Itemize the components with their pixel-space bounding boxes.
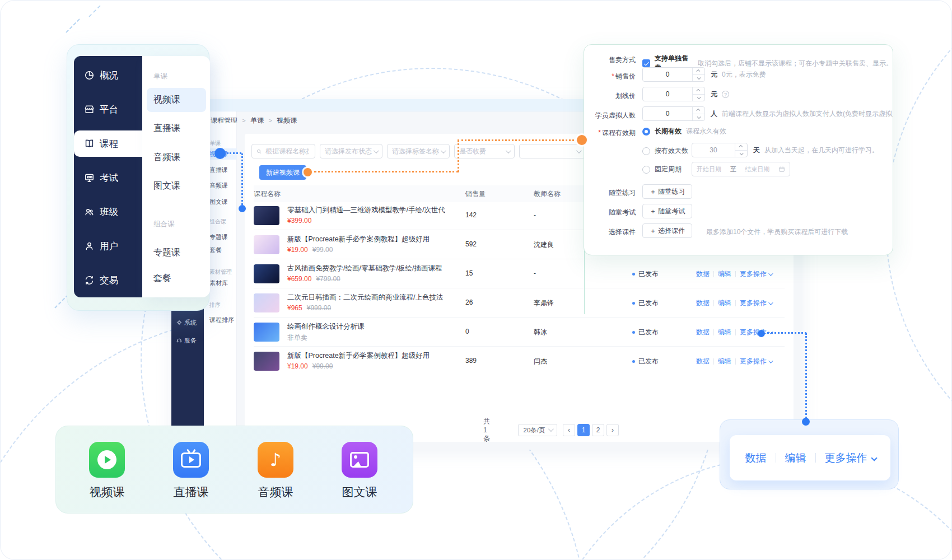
page-1-button[interactable]: 1 — [577, 424, 590, 436]
price-label: *销售价 — [584, 72, 636, 81]
validity-fixed-label[interactable]: 固定周期 — [655, 165, 682, 174]
video-course-icon[interactable] — [89, 442, 125, 478]
nav-item-trade[interactable]: 交易 — [74, 263, 142, 297]
submenu-item-package[interactable]: 套餐 — [153, 273, 171, 284]
nav-item-course[interactable]: 课程 — [74, 130, 142, 157]
data-link[interactable]: 数据 — [696, 269, 710, 279]
live-course-icon[interactable] — [173, 442, 209, 478]
price-input[interactable] — [643, 68, 692, 81]
page-size-select[interactable]: 20条/页 — [518, 424, 557, 436]
validity-forever-label[interactable]: 长期有效 — [655, 127, 682, 136]
strike-price-stepper[interactable] — [642, 87, 705, 101]
course-teacher: - — [534, 269, 536, 277]
more-actions-link[interactable]: 更多操作 — [740, 298, 772, 308]
course-title[interactable]: 新版【Procreate新手必学案例教程】超级好用 — [287, 235, 472, 244]
date-range-picker[interactable]: 开始日期 至 结束日期 — [692, 162, 790, 176]
nav-item-user[interactable]: 用户 — [74, 229, 142, 263]
strip-item-service[interactable]: 服务 — [171, 335, 204, 346]
edit-link[interactable]: 编辑 — [718, 298, 731, 308]
course-title[interactable]: 新版【Procreate新手必学案例教程】超级好用 — [287, 351, 472, 361]
course-title[interactable]: 零基础入门到精通—三维游戏模型教学/手绘/次世代 — [287, 206, 472, 215]
course-title[interactable]: 二次元日韩插画：二次元绘画的商业流程/上色技法 — [287, 293, 472, 302]
table-row: 古风插画免费教学/绘画/零基础教学/板绘/插画课程 ¥659.00¥799.00… — [254, 259, 785, 288]
submenu-item-topic-course[interactable]: 专题课 — [153, 247, 180, 259]
stepper-arrows[interactable] — [692, 68, 704, 81]
more-actions-link[interactable]: 更多操作 — [740, 357, 772, 366]
edit-link[interactable]: 编辑 — [718, 357, 731, 366]
nav-item-overview[interactable]: 概况 — [74, 58, 142, 92]
submenu-item-live-course[interactable]: 直播课 — [153, 123, 180, 134]
course-price: ¥399.00 — [287, 217, 311, 225]
data-link[interactable]: 数据 — [696, 357, 710, 366]
arrow-up-icon — [696, 89, 700, 93]
prev-page-button[interactable]: ‹ — [563, 424, 575, 436]
breadcrumb-course-mgmt[interactable]: 课程管理 — [211, 116, 237, 124]
validity-days-stepper[interactable] — [692, 143, 748, 157]
page-2-button[interactable]: 2 — [592, 424, 604, 436]
checkbox-checked-icon[interactable] — [642, 59, 650, 67]
virtual-count-stepper[interactable] — [642, 106, 705, 121]
nav-item-platform[interactable]: 平台 — [74, 92, 142, 127]
breadcrumb-single-course[interactable]: 单课 — [250, 116, 264, 124]
submenu-item-audio-course[interactable]: 音频课 — [153, 152, 180, 164]
radio-unselected-icon[interactable] — [642, 166, 650, 174]
chevron-down-icon — [374, 148, 379, 153]
status-dot-icon — [632, 302, 635, 305]
create-video-course-button[interactable]: 新建视频课 — [259, 165, 306, 180]
course-title[interactable]: 古风插画免费教学/绘画/零基础教学/板绘/插画课程 — [287, 264, 472, 273]
add-exam-button[interactable]: ＋ 随堂考试 — [642, 204, 692, 218]
course-title[interactable]: 绘画创作概念设计分析课 — [287, 322, 472, 332]
search-input[interactable] — [264, 147, 310, 156]
radio-selected-icon[interactable] — [642, 128, 650, 136]
course-thumbnail — [254, 235, 279, 254]
audio-course-icon[interactable]: ♪ — [258, 442, 293, 478]
course-old-price: ¥999.00 — [307, 304, 331, 312]
edit-link[interactable]: 编辑 — [785, 451, 806, 465]
data-link[interactable]: 数据 — [696, 298, 710, 308]
price-stepper[interactable] — [642, 67, 705, 82]
header-teacher: 教师名称 — [534, 189, 561, 199]
connector-line — [227, 152, 241, 154]
virtual-count-input[interactable] — [643, 107, 692, 120]
validity-label: *课程有效期 — [584, 128, 636, 138]
chevron-down-icon — [769, 300, 773, 305]
edit-link[interactable]: 编辑 — [718, 269, 731, 279]
validity-days-input[interactable] — [692, 143, 735, 157]
course-price: ¥659.00 — [287, 275, 311, 283]
fee-select[interactable]: 是否收费 — [454, 144, 515, 158]
next-page-button[interactable]: › — [606, 424, 619, 436]
edit-link[interactable]: 编辑 — [718, 328, 731, 337]
more-actions-link[interactable]: 更多操作 — [740, 269, 772, 279]
main-nav: 概况 平台 课程 考试 班级 用户 — [74, 56, 142, 297]
mini-item-course-sort[interactable]: 课程排序 — [204, 316, 237, 324]
radio-unselected-icon[interactable] — [642, 147, 650, 155]
help-icon[interactable]: ? — [722, 91, 729, 98]
extra-filter-select[interactable] — [519, 144, 585, 158]
publish-status-select[interactable]: 请选择发布状态 — [320, 144, 382, 158]
submenu-item-graphic-course[interactable]: 图文课 — [153, 180, 180, 192]
data-link[interactable]: 数据 — [745, 451, 767, 465]
stepper-arrows[interactable] — [692, 87, 704, 101]
add-practice-button[interactable]: ＋ 随堂练习 — [642, 184, 692, 199]
publish-status-placeholder: 请选择发布状态 — [325, 147, 372, 156]
stepper-arrows[interactable] — [735, 143, 747, 157]
strike-price-input[interactable] — [643, 87, 692, 101]
course-sales: 592 — [465, 240, 477, 248]
graphic-course-icon[interactable] — [342, 442, 377, 478]
data-link[interactable]: 数据 — [696, 328, 710, 337]
more-actions-link[interactable]: 更多操作 — [825, 451, 875, 465]
validity-days-label[interactable]: 按有效天数 — [655, 146, 688, 156]
strip-item-system[interactable]: 系统 — [171, 318, 204, 328]
courseware-hint: 最多添加10个文件，学员购买课程后可进行下载 — [706, 227, 848, 237]
course-sales: 15 — [465, 269, 473, 277]
pie-chart-icon — [84, 70, 95, 81]
nav-item-class[interactable]: 班级 — [74, 195, 142, 229]
submenu-item-video-course[interactable]: 视频课 — [147, 88, 206, 112]
search-field[interactable] — [251, 144, 315, 158]
nav-item-exam[interactable]: 考试 — [74, 161, 142, 195]
store-icon — [84, 104, 95, 115]
select-courseware-button[interactable]: ＋ 选择课件 — [642, 223, 692, 238]
course-menu-panel: 概况 平台 课程 考试 班级 用户 — [67, 44, 209, 311]
tag-select[interactable]: 请选择标签名称 — [387, 144, 450, 158]
stepper-arrows[interactable] — [692, 107, 704, 120]
